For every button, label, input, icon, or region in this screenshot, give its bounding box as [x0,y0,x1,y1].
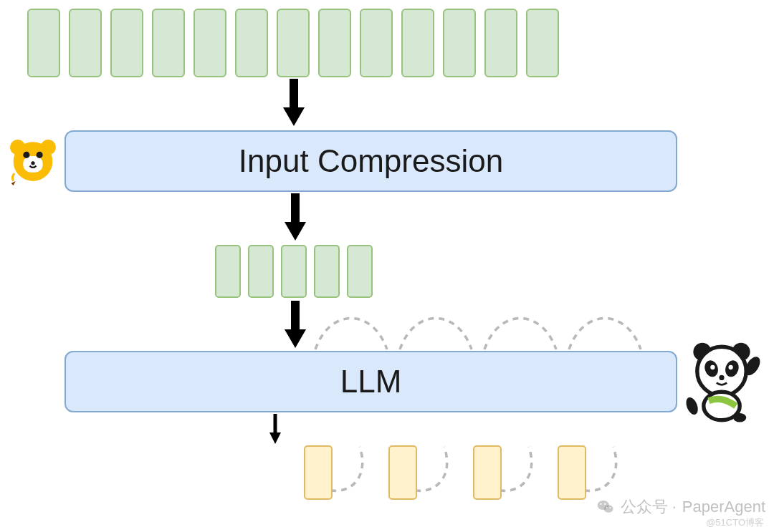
svg-point-24 [684,396,700,417]
svg-marker-11 [285,222,306,241]
svg-point-19 [710,365,715,369]
svg-point-4 [41,140,56,155]
input-token [484,9,517,77]
dashed-feedback-curves [308,308,674,352]
input-token [401,9,434,77]
input-token [110,9,143,77]
svg-point-20 [728,365,732,369]
svg-marker-27 [269,432,281,444]
output-token [473,445,502,500]
svg-point-32 [606,507,607,508]
watermark-name: PaperAgent [682,498,765,516]
compressed-token [248,245,274,298]
compressed-token [347,245,373,298]
input-token [235,9,268,77]
svg-point-29 [603,505,613,513]
output-token [558,445,586,500]
compressed-token [314,245,340,298]
compressed-token [281,245,307,298]
svg-point-3 [10,140,25,155]
watermark: 公众号 · PaperAgent [596,496,765,518]
svg-point-21 [719,375,724,380]
arrow-down-icon [285,301,306,349]
compressed-token-row [215,245,373,298]
input-token [277,9,310,77]
lion-icon [6,133,60,188]
input-token-row [27,9,559,77]
watermark-sub: @51CTO博客 [706,516,764,529]
input-token [360,9,393,77]
svg-point-33 [609,507,611,508]
compressed-token [215,245,241,298]
panda-icon [677,335,767,425]
arrow-down-small-icon [268,414,282,445]
svg-point-25 [733,413,746,422]
svg-point-31 [604,503,606,505]
svg-marker-1 [283,107,305,126]
input-token [152,9,185,77]
input-token [69,9,102,77]
watermark-prefix: 公众号 · [621,496,677,518]
svg-marker-9 [11,181,16,185]
input-token [194,9,226,77]
input-token [443,9,476,77]
output-token [304,445,333,500]
diagram-canvas: Input Compression [0,0,774,532]
input-token [526,9,559,77]
output-token [388,445,417,500]
svg-point-6 [23,152,29,158]
svg-point-30 [600,503,601,505]
input-token [318,9,351,77]
llm-box: LLM [64,351,677,412]
arrow-down-icon [283,79,305,129]
input-compression-box: Input Compression [64,130,677,192]
input-token [27,9,60,77]
input-compression-label: Input Compression [239,143,503,179]
svg-point-8 [31,161,34,165]
svg-point-7 [37,152,43,158]
svg-point-16 [697,347,746,395]
dashed-output-curves [285,412,658,506]
svg-marker-13 [285,329,306,348]
llm-label: LLM [340,364,402,400]
wechat-icon [596,498,615,516]
arrow-down-icon [285,193,306,242]
